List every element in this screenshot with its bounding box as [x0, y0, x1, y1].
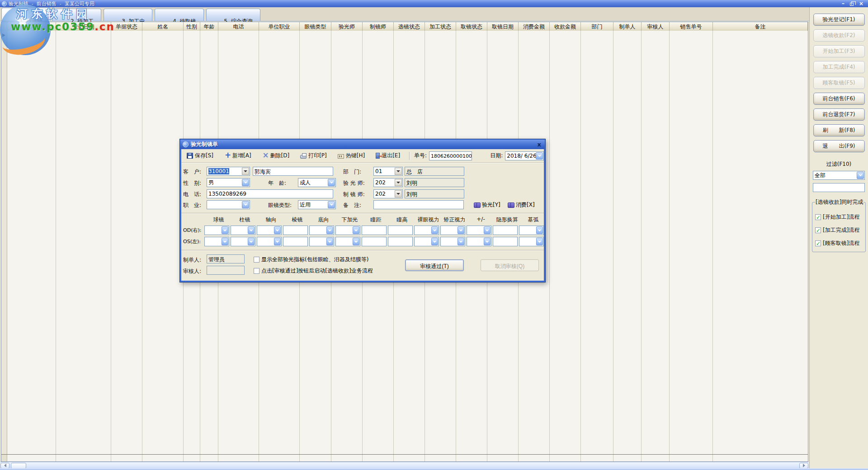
- chevron-down-icon[interactable]: [274, 238, 281, 245]
- prescription-cell[interactable]: [519, 237, 544, 246]
- dialog-titlebar[interactable]: 验光制镜单 x: [180, 140, 545, 149]
- scroll-left-button[interactable]: [0, 463, 9, 469]
- table-column-header[interactable]: 单据状态: [111, 22, 142, 31]
- table-column-header[interactable]: 部门: [581, 22, 613, 31]
- table-column-header[interactable]: 登记日期: [56, 22, 111, 31]
- chevron-down-icon[interactable]: [431, 238, 438, 245]
- toolbar-button[interactable]: 退出[E]: [373, 150, 403, 161]
- dept-code-select[interactable]: 01: [373, 167, 403, 176]
- prescription-cell[interactable]: [257, 226, 282, 235]
- checkbox-icon[interactable]: [815, 227, 821, 233]
- table-column-header[interactable]: 取镜日期: [487, 22, 519, 31]
- table-column-header[interactable]: 消费金额: [519, 22, 550, 31]
- chevron-down-icon[interactable]: [458, 226, 464, 234]
- scroll-right-button[interactable]: [799, 463, 808, 469]
- table-column-header[interactable]: 制单人: [613, 22, 642, 31]
- dropdown-arrow-icon[interactable]: [395, 190, 402, 197]
- dropdown-arrow-icon[interactable]: [395, 168, 402, 175]
- flow-option[interactable]: [顾客取镜]流程: [815, 240, 864, 247]
- table-column-header[interactable]: 单位职业: [259, 22, 300, 31]
- checkbox-icon[interactable]: [815, 240, 821, 246]
- optometry-button[interactable]: 验光[Y]: [474, 200, 500, 209]
- dropdown-arrow-icon[interactable]: [242, 168, 249, 175]
- table-column-header[interactable]: 姓名: [142, 22, 184, 31]
- prescription-cell[interactable]: [362, 226, 387, 235]
- chevron-down-icon[interactable]: [242, 179, 249, 186]
- toolbar-button[interactable]: 新增[A]: [222, 150, 254, 161]
- chevron-down-icon[interactable]: [248, 226, 255, 234]
- order-no-input[interactable]: 180626000010001: [429, 151, 472, 160]
- chevron-down-icon[interactable]: [242, 201, 249, 208]
- chevron-down-icon[interactable]: [484, 238, 491, 245]
- prescription-cell[interactable]: [440, 237, 465, 246]
- sidebar-action-button[interactable]: 选镜收款(F2): [813, 29, 865, 42]
- prescription-cell[interactable]: [493, 237, 518, 246]
- sidebar-action-button[interactable]: 验光登记(F1): [813, 14, 865, 26]
- table-column-header[interactable]: 眼镜类型: [300, 22, 331, 31]
- occupation-select[interactable]: [207, 200, 250, 209]
- table-column-header[interactable]: 性别: [184, 22, 200, 31]
- workflow-tab[interactable]: 1. 待选镜: [1, 8, 50, 21]
- filter-input[interactable]: [813, 183, 865, 192]
- sidebar-action-button[interactable]: 前台销售(F6): [813, 93, 865, 105]
- checkbox-icon[interactable]: [254, 268, 259, 274]
- toolbar-button[interactable]: 打印[P]: [297, 150, 330, 161]
- prescription-cell[interactable]: [204, 226, 229, 235]
- sidebar-action-button[interactable]: 前台退货(F7): [813, 108, 865, 121]
- prescription-cell[interactable]: [335, 226, 360, 235]
- prescription-cell[interactable]: [283, 226, 308, 235]
- sidebar-action-button[interactable]: 刷 新(F8): [813, 124, 865, 136]
- workflow-tab[interactable]: 5. 综合查询: [206, 9, 260, 21]
- show-all-indicators-option[interactable]: 显示全部验光指标(包括眼睑、泪器及结膜等): [254, 256, 368, 263]
- chevron-down-icon[interactable]: [274, 226, 281, 234]
- checkbox-icon[interactable]: [815, 214, 821, 220]
- gender-select[interactable]: 男: [207, 178, 250, 187]
- prescription-cell[interactable]: [257, 237, 282, 246]
- chevron-down-icon[interactable]: [326, 238, 333, 245]
- prescription-cell[interactable]: [204, 237, 229, 246]
- prescription-cell[interactable]: [231, 237, 255, 246]
- chevron-down-icon[interactable]: [328, 179, 335, 186]
- flow-option[interactable]: [加工完成]流程: [815, 226, 864, 234]
- horizontal-scrollbar[interactable]: [0, 462, 809, 469]
- workflow-tab[interactable]: 2. 待加工: [52, 9, 101, 21]
- scrollbar-thumb[interactable]: [11, 463, 26, 469]
- table-column-header[interactable]: 选镜状态: [394, 22, 425, 31]
- toolbar-button[interactable]: 热键[H]: [335, 150, 368, 161]
- flow-option[interactable]: [开始加工]流程: [815, 213, 864, 221]
- cancel-audit-button[interactable]: 取消审核(Q): [481, 259, 539, 271]
- window-titlebar[interactable]: 验光制镜 - 前台销售 - 某某公司专用 – ×: [0, 0, 868, 7]
- auto-start-flow-option[interactable]: 点击[审核通过]按钮后启动[选镜收款]业务流程: [254, 267, 373, 275]
- prescription-cell[interactable]: [309, 226, 334, 235]
- workflow-tab[interactable]: 4. 待取镜: [155, 9, 203, 21]
- table-column-header[interactable]: 验光单号: [7, 22, 56, 31]
- sidebar-action-button[interactable]: 开始加工(F3): [813, 45, 865, 57]
- prescription-cell[interactable]: [467, 226, 491, 235]
- sidebar-action-button[interactable]: 退 出(F9): [813, 140, 865, 152]
- chevron-down-icon[interactable]: [484, 226, 491, 234]
- table-column-header[interactable]: 验光师: [331, 22, 363, 31]
- workflow-tab[interactable]: 3. 加工中: [104, 9, 152, 21]
- prescription-cell[interactable]: [493, 226, 518, 235]
- chevron-down-icon[interactable]: [353, 238, 359, 245]
- filter-select[interactable]: 全部: [813, 171, 865, 180]
- prescription-cell[interactable]: [440, 226, 465, 235]
- chevron-down-icon[interactable]: [222, 238, 228, 245]
- toolbar-button[interactable]: 保存[S]: [184, 150, 216, 161]
- dialog-close-icon[interactable]: x: [538, 141, 542, 148]
- prescription-cell[interactable]: [335, 237, 360, 246]
- prescription-cell[interactable]: [388, 226, 413, 235]
- chevron-down-icon[interactable]: [536, 238, 543, 245]
- optometrist-code-select[interactable]: 202: [373, 178, 403, 187]
- prescription-cell[interactable]: [519, 226, 544, 235]
- table-column-header[interactable]: 制镜师: [363, 22, 394, 31]
- table-column-header[interactable]: 审核人: [642, 22, 670, 31]
- table-column-header[interactable]: 取镜状态: [456, 22, 487, 31]
- prescription-cell[interactable]: [283, 237, 308, 246]
- minimize-icon[interactable]: –: [842, 1, 844, 6]
- consume-button[interactable]: 消费[X]: [508, 200, 535, 209]
- sidebar-action-button[interactable]: 加工完成(F4): [813, 61, 865, 73]
- chevron-down-icon[interactable]: [248, 238, 255, 245]
- phone-input[interactable]: 13502089269: [207, 189, 333, 198]
- chevron-down-icon[interactable]: [857, 172, 864, 179]
